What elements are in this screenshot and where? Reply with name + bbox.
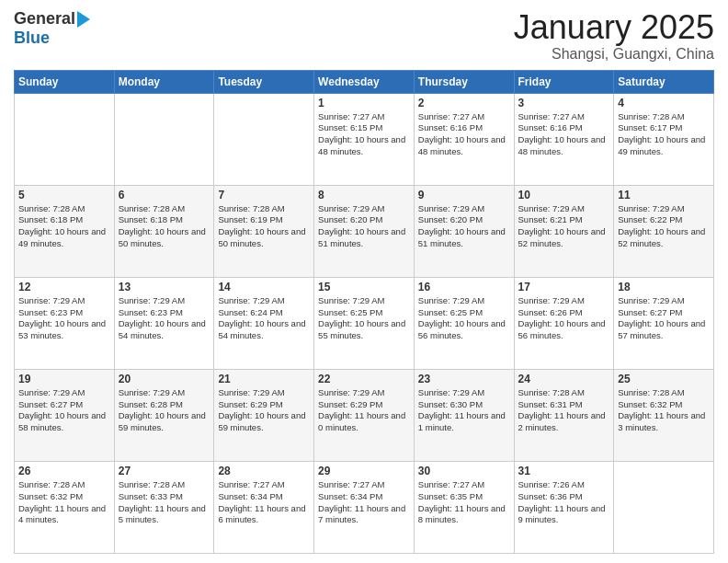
calendar-week-row: 5Sunrise: 7:28 AM Sunset: 6:18 PM Daylig… <box>15 185 714 277</box>
logo: General Blue <box>14 9 90 48</box>
day-number: 3 <box>518 97 610 109</box>
calendar-cell: 26Sunrise: 7:28 AM Sunset: 6:32 PM Dayli… <box>15 461 115 553</box>
calendar-cell: 4Sunrise: 7:28 AM Sunset: 6:17 PM Daylig… <box>614 93 714 185</box>
day-info: Sunrise: 7:29 AM Sunset: 6:20 PM Dayligh… <box>318 203 410 250</box>
day-number: 21 <box>218 373 310 385</box>
logo-general: General <box>14 9 75 29</box>
day-info: Sunrise: 7:29 AM Sunset: 6:22 PM Dayligh… <box>618 203 710 250</box>
calendar-cell <box>214 93 314 185</box>
calendar-cell: 29Sunrise: 7:27 AM Sunset: 6:34 PM Dayli… <box>314 461 415 553</box>
calendar-cell: 1Sunrise: 7:27 AM Sunset: 6:15 PM Daylig… <box>314 93 415 185</box>
day-number: 14 <box>218 281 310 293</box>
day-number: 8 <box>318 189 410 201</box>
day-info: Sunrise: 7:27 AM Sunset: 6:15 PM Dayligh… <box>318 111 410 158</box>
calendar-cell: 10Sunrise: 7:29 AM Sunset: 6:21 PM Dayli… <box>514 185 614 277</box>
day-number: 23 <box>418 373 510 385</box>
day-number: 12 <box>18 281 110 293</box>
day-number: 15 <box>318 281 410 293</box>
day-number: 25 <box>618 373 710 385</box>
day-info: Sunrise: 7:28 AM Sunset: 6:17 PM Dayligh… <box>618 111 710 158</box>
logo-blue: Blue <box>14 29 50 48</box>
day-info: Sunrise: 7:29 AM Sunset: 6:23 PM Dayligh… <box>119 295 210 342</box>
day-info: Sunrise: 7:27 AM Sunset: 6:35 PM Dayligh… <box>418 479 510 526</box>
calendar-cell: 23Sunrise: 7:29 AM Sunset: 6:30 PM Dayli… <box>414 369 514 461</box>
day-info: Sunrise: 7:29 AM Sunset: 6:29 PM Dayligh… <box>318 387 410 434</box>
day-number: 1 <box>318 97 410 109</box>
calendar-cell: 20Sunrise: 7:29 AM Sunset: 6:28 PM Dayli… <box>114 369 214 461</box>
day-number: 16 <box>418 281 510 293</box>
calendar-cell: 22Sunrise: 7:29 AM Sunset: 6:29 PM Dayli… <box>314 369 415 461</box>
day-info: Sunrise: 7:29 AM Sunset: 6:27 PM Dayligh… <box>618 295 710 342</box>
day-info: Sunrise: 7:29 AM Sunset: 6:28 PM Dayligh… <box>119 387 210 434</box>
day-number: 9 <box>418 189 510 201</box>
calendar-header-friday: Friday <box>514 70 614 93</box>
day-number: 7 <box>218 189 310 201</box>
title-block: January 2025 Shangsi, Guangxi, China <box>514 9 714 63</box>
day-info: Sunrise: 7:29 AM Sunset: 6:25 PM Dayligh… <box>318 295 410 342</box>
logo-arrow-icon <box>77 11 90 28</box>
day-number: 24 <box>518 373 610 385</box>
calendar-header-saturday: Saturday <box>614 70 714 93</box>
day-number: 11 <box>618 189 710 201</box>
calendar-cell: 25Sunrise: 7:28 AM Sunset: 6:32 PM Dayli… <box>614 369 714 461</box>
calendar-cell: 27Sunrise: 7:28 AM Sunset: 6:33 PM Dayli… <box>114 461 214 553</box>
calendar-cell: 16Sunrise: 7:29 AM Sunset: 6:25 PM Dayli… <box>414 277 514 369</box>
calendar-cell: 18Sunrise: 7:29 AM Sunset: 6:27 PM Dayli… <box>614 277 714 369</box>
calendar-week-row: 19Sunrise: 7:29 AM Sunset: 6:27 PM Dayli… <box>15 369 714 461</box>
calendar-cell: 24Sunrise: 7:28 AM Sunset: 6:31 PM Dayli… <box>514 369 614 461</box>
calendar-cell: 6Sunrise: 7:28 AM Sunset: 6:18 PM Daylig… <box>114 185 214 277</box>
calendar-cell: 8Sunrise: 7:29 AM Sunset: 6:20 PM Daylig… <box>314 185 415 277</box>
day-number: 22 <box>318 373 410 385</box>
day-info: Sunrise: 7:28 AM Sunset: 6:18 PM Dayligh… <box>119 203 210 250</box>
calendar-cell: 30Sunrise: 7:27 AM Sunset: 6:35 PM Dayli… <box>414 461 514 553</box>
calendar-cell: 13Sunrise: 7:29 AM Sunset: 6:23 PM Dayli… <box>114 277 214 369</box>
calendar-header-thursday: Thursday <box>414 70 514 93</box>
day-info: Sunrise: 7:29 AM Sunset: 6:24 PM Dayligh… <box>218 295 310 342</box>
calendar-week-row: 1Sunrise: 7:27 AM Sunset: 6:15 PM Daylig… <box>15 93 714 185</box>
day-info: Sunrise: 7:28 AM Sunset: 6:32 PM Dayligh… <box>18 479 110 526</box>
calendar-table: SundayMondayTuesdayWednesdayThursdayFrid… <box>14 70 714 554</box>
title-location: Shangsi, Guangxi, China <box>514 46 714 63</box>
header: General Blue January 2025 Shangsi, Guang… <box>14 9 714 63</box>
day-number: 26 <box>18 465 110 477</box>
calendar-header-sunday: Sunday <box>15 70 115 93</box>
calendar-cell <box>614 461 714 553</box>
calendar-week-row: 12Sunrise: 7:29 AM Sunset: 6:23 PM Dayli… <box>15 277 714 369</box>
calendar-cell: 31Sunrise: 7:26 AM Sunset: 6:36 PM Dayli… <box>514 461 614 553</box>
day-info: Sunrise: 7:28 AM Sunset: 6:32 PM Dayligh… <box>618 387 710 434</box>
day-number: 17 <box>518 281 610 293</box>
day-info: Sunrise: 7:29 AM Sunset: 6:27 PM Dayligh… <box>18 387 110 434</box>
day-info: Sunrise: 7:29 AM Sunset: 6:29 PM Dayligh… <box>218 387 310 434</box>
calendar-cell <box>15 93 115 185</box>
day-number: 4 <box>618 97 710 109</box>
calendar-header-wednesday: Wednesday <box>314 70 415 93</box>
day-info: Sunrise: 7:27 AM Sunset: 6:34 PM Dayligh… <box>218 479 310 526</box>
day-number: 30 <box>418 465 510 477</box>
day-info: Sunrise: 7:29 AM Sunset: 6:21 PM Dayligh… <box>518 203 610 250</box>
calendar-header-row: SundayMondayTuesdayWednesdayThursdayFrid… <box>15 70 714 93</box>
day-number: 29 <box>318 465 410 477</box>
day-number: 20 <box>119 373 210 385</box>
day-number: 10 <box>518 189 610 201</box>
day-number: 6 <box>119 189 210 201</box>
calendar-cell: 28Sunrise: 7:27 AM Sunset: 6:34 PM Dayli… <box>214 461 314 553</box>
day-info: Sunrise: 7:28 AM Sunset: 6:33 PM Dayligh… <box>119 479 210 526</box>
calendar-cell: 3Sunrise: 7:27 AM Sunset: 6:16 PM Daylig… <box>514 93 614 185</box>
day-number: 19 <box>18 373 110 385</box>
calendar-cell: 19Sunrise: 7:29 AM Sunset: 6:27 PM Dayli… <box>15 369 115 461</box>
day-info: Sunrise: 7:29 AM Sunset: 6:26 PM Dayligh… <box>518 295 610 342</box>
day-number: 13 <box>119 281 210 293</box>
day-number: 5 <box>18 189 110 201</box>
calendar-cell: 5Sunrise: 7:28 AM Sunset: 6:18 PM Daylig… <box>15 185 115 277</box>
day-info: Sunrise: 7:29 AM Sunset: 6:30 PM Dayligh… <box>418 387 510 434</box>
calendar-cell: 12Sunrise: 7:29 AM Sunset: 6:23 PM Dayli… <box>15 277 115 369</box>
calendar-cell: 9Sunrise: 7:29 AM Sunset: 6:20 PM Daylig… <box>414 185 514 277</box>
calendar-cell: 11Sunrise: 7:29 AM Sunset: 6:22 PM Dayli… <box>614 185 714 277</box>
calendar-cell: 21Sunrise: 7:29 AM Sunset: 6:29 PM Dayli… <box>214 369 314 461</box>
day-info: Sunrise: 7:27 AM Sunset: 6:16 PM Dayligh… <box>418 111 510 158</box>
day-info: Sunrise: 7:28 AM Sunset: 6:31 PM Dayligh… <box>518 387 610 434</box>
title-month-year: January 2025 <box>514 9 714 46</box>
calendar-cell: 14Sunrise: 7:29 AM Sunset: 6:24 PM Dayli… <box>214 277 314 369</box>
calendar-header-tuesday: Tuesday <box>214 70 314 93</box>
day-number: 31 <box>518 465 610 477</box>
